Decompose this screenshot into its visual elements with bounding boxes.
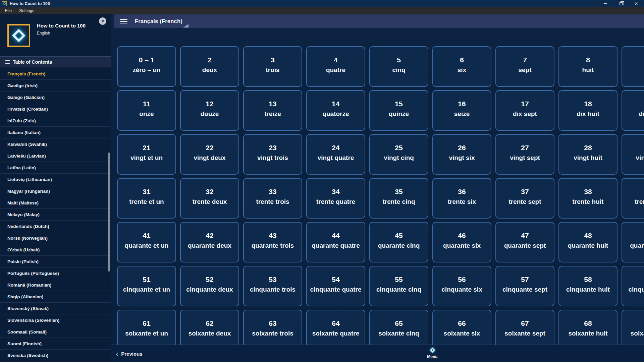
sidebar-item-language[interactable]: Polski (Polish)	[0, 256, 111, 267]
sidebar-item-language[interactable]: Slovenský (Slovak)	[0, 303, 111, 314]
number-card[interactable]: 17dix sept	[495, 90, 554, 131]
number-card[interactable]: 35trente cinq	[369, 178, 428, 219]
number-card[interactable]: 61soixante et un	[117, 310, 176, 350]
number-card[interactable]: 6six	[432, 46, 491, 87]
number-card[interactable]: 21vingt et un	[117, 134, 176, 175]
sidebar-close-button[interactable]: ✕	[99, 17, 106, 25]
number-card[interactable]: 58cinquante huit	[558, 266, 618, 306]
number-card[interactable]: 52cinquante deux	[180, 266, 239, 306]
sidebar-item-language[interactable]: Français (French)	[0, 68, 111, 80]
sidebar-item-language[interactable]: Latīna (Latin)	[0, 162, 111, 174]
number-card[interactable]: 39trente neuf	[622, 178, 644, 219]
number-card[interactable]: 15quinze	[369, 90, 428, 131]
number-card[interactable]: 65soixante cinq	[369, 310, 428, 350]
number-card[interactable]: 66soixante six	[432, 310, 491, 350]
number-card[interactable]: 31trente et un	[117, 178, 176, 219]
number-card[interactable]: 38trente huit	[558, 178, 618, 219]
sidebar-item-language[interactable]: Kiswahili (Swahili)	[0, 138, 111, 150]
minimize-button[interactable]	[598, 0, 613, 7]
close-button[interactable]: ✕	[629, 0, 644, 7]
number-card[interactable]: 63soixante trois	[243, 310, 302, 350]
number-card[interactable]: 62soixante deux	[180, 310, 239, 350]
sidebar-item-language[interactable]: Norsk (Norwegian)	[0, 232, 111, 244]
number-card[interactable]: 9neuf	[622, 46, 644, 87]
number-card[interactable]: 42quarante deux	[180, 222, 239, 262]
sidebar-item-language[interactable]: Lietuvių (Lithuanian)	[0, 174, 111, 185]
sidebar-item-language[interactable]: Malti (Maltese)	[0, 197, 111, 209]
number-card[interactable]: 2deux	[180, 46, 239, 87]
number-card[interactable]: 67soixante sept	[495, 310, 554, 350]
number-card[interactable]: 54cinquante quatre	[306, 266, 365, 306]
number-card[interactable]: 8huit	[558, 46, 618, 87]
hamburger-menu-icon[interactable]	[120, 19, 127, 24]
diamond-menu-icon	[430, 348, 435, 353]
number-card[interactable]: 3trois	[243, 46, 302, 87]
number-card[interactable]: 7sept	[495, 46, 554, 87]
sidebar-item-language[interactable]: Shqip (Albanian)	[0, 291, 111, 303]
number-card[interactable]: 64soixante quatre	[306, 310, 365, 350]
number-card[interactable]: 46quarante six	[432, 222, 491, 262]
number-card[interactable]: 44quarante quatre	[306, 222, 365, 262]
number-card[interactable]: 43quarante trois	[243, 222, 302, 262]
number-card[interactable]: 36trente six	[432, 178, 491, 219]
number-card[interactable]: 11onze	[117, 90, 176, 131]
previous-button[interactable]: ‹ Previous	[116, 345, 143, 362]
number-card[interactable]: 48quarante huit	[558, 222, 618, 262]
sidebar-item-language[interactable]: Slovenščina (Slovenian)	[0, 314, 111, 326]
sidebar-item-language[interactable]: Soomaali (Somali)	[0, 326, 111, 338]
number-card[interactable]: 45quarante cinq	[369, 222, 428, 262]
number-card[interactable]: 5cinq	[369, 46, 428, 87]
sidebar-item-language[interactable]: O'zbek (Uzbek)	[0, 244, 111, 256]
number-card[interactable]: 37trente sept	[495, 178, 554, 219]
number-card[interactable]: 47quarante sept	[495, 222, 554, 262]
number-card[interactable]: 29vingt neuf	[622, 134, 644, 175]
sidebar-item-language[interactable]: IsiZulu (Zulu)	[0, 115, 111, 127]
menu-item-file[interactable]: File	[1, 7, 15, 14]
sidebar-item-language[interactable]: Gaeilge (Irish)	[0, 80, 111, 92]
number-card[interactable]: 41quarante et un	[117, 222, 176, 262]
number-card[interactable]: 69soixante neuf	[622, 310, 644, 350]
number-card[interactable]: 68soixante huit	[558, 310, 618, 350]
restore-button[interactable]	[613, 0, 629, 7]
sidebar-item-language[interactable]: Hrvatski (Croatian)	[0, 103, 111, 115]
number-card[interactable]: 34trente quatre	[306, 178, 365, 219]
sidebar-scrollbar-thumb[interactable]	[108, 153, 110, 272]
number-card[interactable]: 53cinquante trois	[243, 266, 302, 306]
card-word: cinq	[392, 66, 405, 74]
number-card[interactable]: 49quarante neuf	[622, 222, 644, 262]
sidebar-item-language[interactable]: Português (Portuguese)	[0, 267, 111, 279]
sidebar-item-language[interactable]: Magyar (Hungarian)	[0, 185, 111, 197]
number-card[interactable]: 26vingt six	[432, 134, 491, 175]
sidebar-item-language[interactable]: Suomi (Finnish)	[0, 338, 111, 350]
number-card[interactable]: 16seize	[432, 90, 491, 131]
number-card[interactable]: 59cinquante neuf	[622, 266, 644, 306]
number-card[interactable]: 14quatorze	[306, 90, 365, 131]
sidebar-item-language[interactable]: Nederlands (Dutch)	[0, 221, 111, 232]
menu-button[interactable]: Menu	[424, 348, 440, 359]
number-card[interactable]: 28vingt huit	[558, 134, 618, 175]
menu-item-settings[interactable]: Settings	[15, 7, 38, 14]
number-card[interactable]: 12douze	[180, 90, 239, 131]
number-card[interactable]: 22vingt deux	[180, 134, 239, 175]
sidebar-item-language[interactable]: Melayu (Malay)	[0, 209, 111, 221]
number-card[interactable]: 24vingt quatre	[306, 134, 365, 175]
number-card[interactable]: 18dix huit	[558, 90, 618, 131]
number-card[interactable]: 57cinquante sept	[495, 266, 554, 306]
sidebar-item-language[interactable]: Română (Romanian)	[0, 279, 111, 291]
number-card[interactable]: 32trente deux	[180, 178, 239, 219]
sidebar-item-language[interactable]: Latviešu (Latvian)	[0, 150, 111, 162]
number-card[interactable]: 0 – 1zéro – un	[117, 46, 176, 87]
number-card[interactable]: 23vingt trois	[243, 134, 302, 175]
number-card[interactable]: 4quatre	[306, 46, 365, 87]
sidebar-item-language[interactable]: Galego (Galician)	[0, 92, 111, 103]
number-card[interactable]: 27vingt sept	[495, 134, 554, 175]
sidebar-item-language[interactable]: Svenska (Swedish)	[0, 350, 111, 361]
sidebar-item-language[interactable]: Italiano (Italian)	[0, 127, 111, 138]
number-card[interactable]: 19dix neuf	[622, 90, 644, 131]
number-card[interactable]: 25vingt cinq	[369, 134, 428, 175]
number-card[interactable]: 56cinquante six	[432, 266, 491, 306]
number-card[interactable]: 13treize	[243, 90, 302, 131]
number-card[interactable]: 51cinquante et un	[117, 266, 176, 306]
number-card[interactable]: 55cinquante cinq	[369, 266, 428, 306]
number-card[interactable]: 33trente trois	[243, 178, 302, 219]
